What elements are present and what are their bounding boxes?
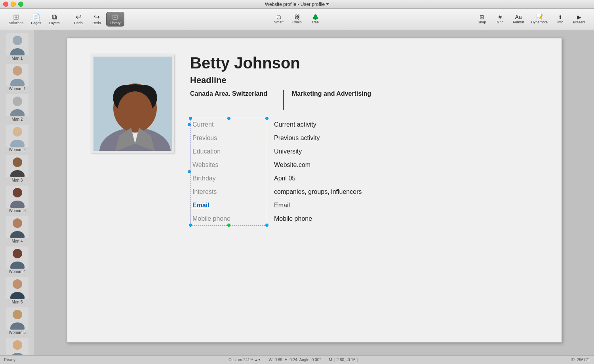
- tree-button[interactable]: 🌲 Tree: [307, 13, 324, 25]
- field-handle-current: [188, 123, 191, 126]
- svg-point-1: [13, 36, 22, 45]
- sidebar-item-man2[interactable]: Man 2: [0, 93, 34, 123]
- maximize-button[interactable]: [18, 2, 23, 7]
- svg-point-44: [118, 91, 152, 131]
- hypernote-button[interactable]: 📝 Hypernote: [528, 13, 551, 25]
- field-value-current: Current activity: [269, 118, 538, 131]
- avatar-woman3: [6, 186, 29, 208]
- title-bar: Website profile - User profile: [0, 0, 594, 9]
- avatar-man4: [6, 216, 29, 238]
- field-label-email[interactable]: Email: [190, 199, 269, 212]
- profile-location: Canada Area. Switzerland: [190, 90, 275, 97]
- status-id: ID: 296721: [571, 358, 590, 362]
- field-value-birthday: April 05: [269, 172, 538, 185]
- library-button[interactable]: ⊟ Library: [106, 12, 124, 27]
- status-ready: Ready: [4, 358, 15, 362]
- profile-location-row: Canada Area. Switzerland Marketing and A…: [190, 90, 538, 110]
- info-button[interactable]: ℹ Info: [552, 13, 569, 25]
- sidebar-item-man3[interactable]: Man 3: [0, 154, 34, 184]
- grid-button[interactable]: # Grid: [491, 13, 509, 25]
- smart-button[interactable]: ⬡ Smart: [270, 13, 287, 25]
- traffic-lights: [3, 2, 23, 7]
- fields-grid: Current Current activity Previous: [190, 118, 538, 226]
- undo-button[interactable]: ↩ Undo: [70, 12, 87, 26]
- sidebar-item-woman2[interactable]: Woman 2: [0, 123, 34, 154]
- avatar-woman4: [6, 246, 29, 269]
- sidebar-label-woman1: Woman 1: [9, 87, 26, 91]
- location-divider: [283, 90, 284, 110]
- status-mouse: M: [ 2.80, -0.16 ]: [329, 358, 358, 362]
- sidebar-item-man1[interactable]: Man 1: [0, 32, 34, 62]
- avatar-woman5: [6, 307, 29, 330]
- status-dimensions: W: 0.89, H: 0.24, Angle: 0.00°: [269, 358, 321, 362]
- profile-photo: [91, 54, 174, 153]
- sidebar-item-woman4[interactable]: Woman 4: [0, 245, 34, 275]
- field-label-education: Education: [190, 145, 269, 158]
- solutions-button[interactable]: ⊞ Solutions: [6, 12, 27, 26]
- field-value-mobile: Mobile phone: [269, 212, 538, 226]
- field-label-birthday: Birthday: [190, 172, 269, 185]
- title-dropdown-icon: [326, 3, 329, 5]
- window-title[interactable]: Website profile - User profile: [265, 2, 329, 7]
- format-button[interactable]: Aa Format: [510, 13, 527, 25]
- field-label-websites: Websites: [190, 158, 269, 172]
- sidebar-label-man1: Man 1: [12, 56, 23, 61]
- avatar-woman2: [6, 125, 29, 147]
- avatar-man6: [6, 338, 29, 355]
- svg-point-22: [13, 249, 22, 258]
- sidebar-label-man2: Man 2: [12, 117, 23, 121]
- toolbar-center-group: ⬡ Smart ⛓ Chain 🌲 Tree: [270, 13, 324, 25]
- profile-headline: Headline: [190, 75, 538, 85]
- field-label-current: Current: [190, 118, 269, 131]
- sidebar-item-man5[interactable]: Man 5: [0, 275, 34, 306]
- avatar-man2: [6, 94, 29, 116]
- sidebar-item-woman5[interactable]: Woman 5: [0, 306, 34, 336]
- status-bar: Ready Custom 241% ▲▼ W: 0.89, H: 0.24, A…: [0, 355, 594, 364]
- main-area: Man 1 Woman 1 Man 2: [0, 30, 594, 355]
- sidebar-item-woman3[interactable]: Woman 3: [0, 184, 34, 214]
- layers-button[interactable]: ⧉ Layers: [46, 12, 63, 26]
- svg-point-4: [13, 66, 22, 76]
- toolbar-nav-group: ⊞ Solutions 📄 Pages ⧉ Layers: [3, 12, 65, 26]
- sidebar-item-man6[interactable]: Man 6: [0, 336, 34, 355]
- profile-name: Betty Johnson: [190, 54, 538, 72]
- field-value-interests: companies, groups, influencers: [269, 185, 538, 199]
- field-value-email: Email: [269, 199, 538, 212]
- field-label-previous: Previous: [190, 131, 269, 145]
- chain-button[interactable]: ⛓ Chain: [288, 13, 306, 25]
- svg-point-19: [13, 218, 22, 228]
- svg-point-7: [13, 97, 22, 106]
- canvas-area[interactable]: Betty Johnson Headline Canada Area. Swit…: [35, 30, 594, 355]
- snap-button[interactable]: ⊞ Snap: [473, 13, 491, 25]
- field-value-education: University: [269, 145, 538, 158]
- svg-point-16: [13, 188, 22, 197]
- profile-layout: Betty Johnson Headline Canada Area. Swit…: [91, 54, 538, 226]
- profile-info: Betty Johnson Headline Canada Area. Swit…: [190, 54, 538, 226]
- field-label-mobile: Mobile phone: [190, 212, 269, 226]
- svg-point-28: [13, 310, 22, 319]
- zoom-arrows-icon: ▲▼: [255, 358, 261, 362]
- status-zoom[interactable]: Custom 241% ▲▼: [228, 358, 261, 362]
- field-value-websites: Website.com: [269, 158, 538, 172]
- avatar-man1: [6, 33, 29, 55]
- redo-button[interactable]: ↪ Redo: [88, 12, 105, 26]
- avatar-woman1: [6, 64, 29, 86]
- sidebar-label-woman2: Woman 2: [9, 148, 26, 152]
- present-button[interactable]: ▶ Present: [570, 13, 588, 25]
- field-label-interests: Interests: [190, 185, 269, 199]
- close-button[interactable]: [3, 2, 8, 7]
- avatar-man5: [6, 277, 29, 299]
- svg-point-25: [13, 279, 22, 289]
- field-value-previous: Previous activity: [269, 131, 538, 145]
- avatar-man3: [6, 155, 29, 177]
- page-canvas: Betty Johnson Headline Canada Area. Swit…: [67, 38, 562, 343]
- sidebar-item-woman1[interactable]: Woman 1: [0, 62, 34, 93]
- sidebar-label-woman3: Woman 3: [9, 209, 26, 213]
- sidebar-label-man3: Man 3: [12, 178, 23, 182]
- svg-point-13: [13, 157, 22, 167]
- pages-button[interactable]: 📄 Pages: [27, 12, 45, 26]
- left-sidebar: Man 1 Woman 1 Man 2: [0, 30, 35, 355]
- fields-container: Current Current activity Previous: [190, 118, 538, 226]
- minimize-button[interactable]: [11, 2, 16, 7]
- sidebar-item-man4[interactable]: Man 4: [0, 214, 34, 245]
